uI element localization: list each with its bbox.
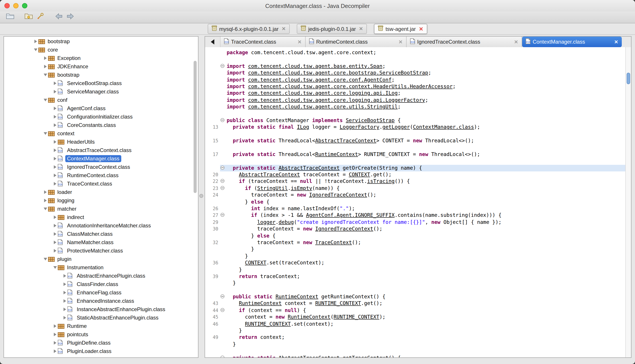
disclosure-triangle[interactable]: [53, 349, 58, 353]
code-link[interactable]: RuntimeContext: [239, 300, 282, 306]
code-link[interactable]: IgnoredTraceContext: [309, 192, 367, 198]
disclosure-triangle[interactable]: [53, 232, 58, 236]
disclosure-triangle[interactable]: [43, 98, 48, 101]
scroll-tabs-left-button[interactable]: [205, 36, 221, 47]
disclosure-triangle[interactable]: [53, 182, 58, 185]
tree-scrollbar-thumb[interactable]: [194, 61, 197, 193]
disclosure-triangle[interactable]: [53, 341, 58, 344]
tree-item[interactable]: 010PluginLoader.class: [4, 347, 198, 355]
tree-item[interactable]: 010AbstractEnhancePlugin.class: [4, 272, 198, 280]
tree-item[interactable]: JDKEnhance: [4, 62, 198, 70]
code-link[interactable]: AgentConf.Agent.IGNORE_SUFFIX: [306, 212, 395, 218]
tree-item[interactable]: Runtime: [4, 322, 198, 330]
disclosure-triangle[interactable]: [53, 332, 58, 336]
code-link[interactable]: IgnoredTraceContext: [315, 226, 373, 232]
search-button[interactable]: [35, 12, 46, 22]
splitter-handle[interactable]: [199, 194, 203, 198]
fold-toggle-icon[interactable]: [221, 118, 224, 122]
tree-item[interactable]: bootstrap: [4, 70, 198, 79]
code-link[interactable]: CONTEXT: [245, 260, 266, 266]
tree-item[interactable]: 010AnnotationInheritanceMatcher.class: [4, 221, 198, 230]
code-link[interactable]: com.tencent.cloud.tsw.agent.core.utils.S…: [248, 104, 398, 110]
tree-item[interactable]: 010ProtectiveMatcher.class: [4, 246, 198, 255]
code-link[interactable]: isTracing: [367, 178, 395, 184]
tree-item[interactable]: 010ServiceManager.class: [4, 87, 198, 96]
tree-item[interactable]: core: [4, 46, 198, 54]
tree-item[interactable]: pointcuts: [4, 330, 198, 338]
disclosure-triangle[interactable]: [43, 73, 48, 76]
disclosure-triangle[interactable]: [33, 40, 38, 43]
disclosure-triangle[interactable]: [53, 81, 58, 85]
class-tab[interactable]: 010IgnoredTraceContext.class✕: [407, 36, 522, 47]
disclosure-triangle[interactable]: [62, 291, 68, 294]
disclosure-triangle[interactable]: [53, 240, 58, 244]
tree-item[interactable]: 010CoreConstants.class: [4, 121, 198, 129]
tree-item[interactable]: 010IgnoredTraceContext.class: [4, 162, 198, 171]
tree-item[interactable]: 010ClassFinder.class: [4, 280, 198, 288]
tree-item[interactable]: logging: [4, 196, 198, 204]
zoom-button[interactable]: [22, 3, 27, 8]
code-link[interactable]: isEmpty: [291, 185, 312, 191]
code-link[interactable]: com.tencent.cloud.tsw.agent.core.context…: [248, 83, 453, 90]
forward-button[interactable]: [64, 12, 76, 22]
code-link[interactable]: com.tencent.cloud.tsw.agent.core.conf.Ag…: [248, 76, 392, 83]
disclosure-triangle[interactable]: [43, 56, 48, 60]
disclosure-triangle[interactable]: [53, 157, 58, 160]
close-icon[interactable]: ✕: [514, 40, 518, 44]
fold-toggle-icon[interactable]: [221, 179, 224, 183]
tree-item[interactable]: HeaderUtils: [4, 138, 198, 146]
disclosure-triangle[interactable]: [62, 316, 68, 319]
code-link[interactable]: RuntimeContext: [276, 294, 318, 300]
code-link[interactable]: RUNTIME_CONTEXT: [315, 300, 361, 306]
disclosure-triangle[interactable]: [43, 132, 48, 135]
code-link[interactable]: StringUtil: [257, 185, 288, 191]
disclosure-triangle[interactable]: [43, 190, 48, 194]
code-link[interactable]: RUNTIME_CONTEXT: [334, 314, 379, 320]
class-tab[interactable]: 010ContextManager.class✕: [522, 36, 622, 47]
class-tab[interactable]: 010TraceContext.class✕: [221, 36, 306, 47]
disclosure-triangle[interactable]: [62, 299, 68, 302]
tree-item[interactable]: conf: [4, 96, 198, 104]
code-link[interactable]: AbstractTraceContext: [315, 138, 376, 144]
class-tab[interactable]: 010RuntimeContext.class✕: [306, 36, 407, 47]
tree-item[interactable]: 010NameMatcher.class: [4, 238, 198, 246]
fold-toggle-icon[interactable]: [221, 356, 224, 358]
disclosure-triangle[interactable]: [53, 123, 58, 127]
code-link[interactable]: ContextManager.class: [413, 124, 474, 130]
tree-item[interactable]: bootstrap: [4, 37, 198, 46]
disclosure-triangle[interactable]: [53, 140, 58, 144]
disclosure-triangle[interactable]: [43, 207, 48, 210]
code-link[interactable]: com.tencent.cloud.tsw.agent.core.bootstr…: [248, 70, 428, 76]
code-link[interactable]: AbstractTraceContext: [278, 354, 340, 358]
jar-tab[interactable]: mysql-6.x-plugin-0.0.1.jar✕: [208, 24, 290, 34]
jar-tab[interactable]: tsw-agent.jar✕: [374, 24, 427, 34]
disclosure-triangle[interactable]: [62, 282, 68, 286]
close-icon[interactable]: ✕: [419, 26, 423, 32]
code-link[interactable]: TraceContext: [315, 239, 352, 246]
disclosure-triangle[interactable]: [53, 174, 58, 177]
back-button[interactable]: [53, 12, 64, 22]
code-link[interactable]: ServiceBootStrap: [346, 117, 395, 124]
close-button[interactable]: [5, 3, 10, 8]
code-link[interactable]: RuntimeContext: [288, 314, 331, 320]
disclosure-triangle[interactable]: [53, 115, 58, 118]
overview-ruler-annotation[interactable]: [626, 73, 630, 84]
fold-toggle-icon[interactable]: [221, 294, 224, 298]
disclosure-triangle[interactable]: [53, 266, 58, 268]
tree-item[interactable]: matcher: [4, 204, 198, 213]
tree-item[interactable]: 010RuntimeContext.class: [4, 171, 198, 179]
tree-item[interactable]: 010EnhancedInstance.class: [4, 296, 198, 305]
tree-item[interactable]: 010ClassMatcher.class: [4, 230, 198, 238]
tree-item[interactable]: 010AgentConf.class: [4, 104, 198, 112]
disclosure-triangle[interactable]: [53, 165, 58, 168]
tree-item[interactable]: context: [4, 129, 198, 138]
disclosure-triangle[interactable]: [53, 324, 58, 328]
tree-item[interactable]: 010AbstractTraceContext.class: [4, 146, 198, 154]
disclosure-triangle[interactable]: [53, 90, 58, 93]
fold-toggle-icon[interactable]: [221, 308, 224, 312]
code-link[interactable]: logger: [257, 219, 276, 225]
tree-item[interactable]: 010ConfigurationInitializer.class: [4, 112, 198, 121]
tree-item[interactable]: Instrumentation: [4, 263, 198, 272]
tree-item[interactable]: 010TraceContext.class: [4, 179, 198, 188]
close-icon[interactable]: ✕: [614, 40, 618, 44]
